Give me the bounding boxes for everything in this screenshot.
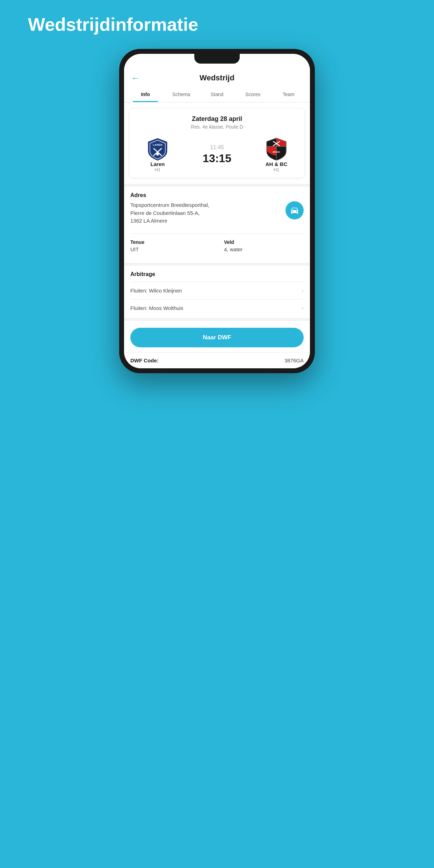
dwf-code-row: DWF Code: 3876GA <box>124 352 310 368</box>
app-header: ← Wedstrijd <box>124 61 310 87</box>
phone-frame: ← Wedstrijd Info Schema Stand Scores Tea… <box>119 49 315 373</box>
referee-2-item[interactable]: Fluiten: Moos Wolthuis › <box>130 299 304 317</box>
address-section: Adres Topsportcentrum Breedtesporthal,Pi… <box>124 187 310 231</box>
section-gap-2 <box>124 263 310 266</box>
tab-schema[interactable]: Schema <box>163 87 199 102</box>
score-block: 11:45 13:15 <box>203 144 231 165</box>
arbitrage-label: Arbitrage <box>130 271 304 277</box>
referee-1-item[interactable]: Fluiten: Wilco Kleijnen › <box>130 282 304 299</box>
header-title: Wedstrijd <box>200 73 234 82</box>
arbitrage-section: Arbitrage Fluiten: Wilco Kleijnen › Flui… <box>124 266 310 318</box>
home-team-block: LAREN Laren H1 <box>138 137 177 172</box>
away-team-name: AH & BC <box>266 161 288 167</box>
navigate-button[interactable] <box>285 201 304 219</box>
svg-text:ah&bc: ah&bc <box>273 151 280 153</box>
dwf-code-label: DWF Code: <box>130 357 159 363</box>
tenue-value: UIT <box>130 246 210 252</box>
match-date: Zaterdag 28 april <box>135 115 299 123</box>
svg-point-3 <box>156 153 159 155</box>
tab-team[interactable]: Team <box>271 87 306 102</box>
address-value: Topsportcentrum Breedtesporthal,Pierre d… <box>130 201 209 225</box>
page-title: Wedstrijdinformatie <box>28 14 198 35</box>
away-team-logo: ah&bc <box>264 137 289 161</box>
veld-col: Veld 4, water <box>224 239 304 252</box>
match-teams: LAREN Laren H1 11:45 13:15 <box>135 137 299 172</box>
chevron-right-icon-2: › <box>302 304 304 312</box>
home-team-sub: H1 <box>155 167 161 172</box>
address-row: Topsportcentrum Breedtesporthal,Pierre d… <box>130 201 304 225</box>
away-team-block: ah&bc AH & BC H1 <box>257 137 296 172</box>
match-score: 13:15 <box>203 152 231 165</box>
dwf-section: Naar DWF <box>124 321 310 352</box>
chevron-right-icon-1: › <box>302 287 304 294</box>
dwf-code-value: 3876GA <box>284 357 304 363</box>
dwf-button[interactable]: Naar DWF <box>130 328 304 347</box>
car-icon <box>290 206 299 215</box>
section-gap-3 <box>124 318 310 321</box>
away-team-sub: H1 <box>274 167 280 172</box>
tenue-label: Tenue <box>130 239 210 245</box>
tab-scores[interactable]: Scores <box>235 87 270 102</box>
tenue-veld-row: Tenue UIT Veld 4, water <box>130 239 304 252</box>
match-time: 11:45 <box>210 144 224 151</box>
tab-bar: Info Schema Stand Scores Team <box>124 87 310 102</box>
tenue-veld-section: Tenue UIT Veld 4, water <box>124 234 310 260</box>
home-team-logo: LAREN <box>145 137 170 161</box>
phone-screen: ← Wedstrijd Info Schema Stand Scores Tea… <box>124 54 310 368</box>
referee-1-name: Fluiten: Wilco Kleijnen <box>130 288 182 294</box>
tenue-col: Tenue UIT <box>130 239 210 252</box>
back-button[interactable]: ← <box>131 73 140 84</box>
veld-value: 4, water <box>224 246 304 252</box>
referee-2-name: Fluiten: Moos Wolthuis <box>130 305 183 311</box>
match-league: Res. 4e klasse, Poule D <box>135 124 299 130</box>
screen-content: ← Wedstrijd Info Schema Stand Scores Tea… <box>124 54 310 368</box>
veld-label: Veld <box>224 239 304 245</box>
section-gap-1 <box>124 184 310 187</box>
tab-stand[interactable]: Stand <box>199 87 235 102</box>
match-card: Zaterdag 28 april Res. 4e klasse, Poule … <box>129 108 305 178</box>
tab-info[interactable]: Info <box>128 87 163 102</box>
home-team-name: Laren <box>151 161 165 167</box>
address-label: Adres <box>130 192 304 198</box>
svg-text:LAREN: LAREN <box>153 143 162 146</box>
phone-notch <box>194 54 240 64</box>
